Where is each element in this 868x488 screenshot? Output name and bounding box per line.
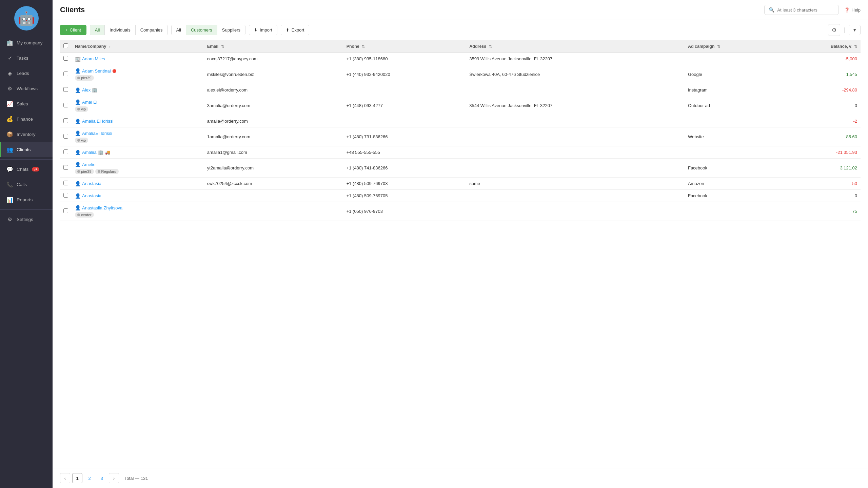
workflows-icon: ⚙ bbox=[6, 85, 13, 92]
client-name-link[interactable]: Amalia El Idrissi bbox=[82, 119, 113, 124]
client-tag: Regulars bbox=[95, 169, 119, 174]
sidebar-item-chats[interactable]: 💬 Chats 9+ bbox=[0, 162, 53, 177]
row-checkbox[interactable] bbox=[63, 134, 68, 139]
import-button[interactable]: ⬇ Import bbox=[249, 25, 277, 35]
sidebar-item-calls[interactable]: 📞 Calls bbox=[0, 177, 53, 192]
row-checkbox-cell[interactable] bbox=[60, 190, 72, 202]
row-phone-cell: +1 (440) 932-9420020 bbox=[343, 65, 466, 84]
client-name-link[interactable]: AmaliaEl Idrissi bbox=[82, 131, 112, 136]
plus-icon: + bbox=[65, 27, 68, 33]
row-checkbox-cell[interactable] bbox=[60, 146, 72, 159]
row-phone-cell: +1 (480) 741-836266 bbox=[343, 159, 466, 178]
sidebar-item-label: Tasks bbox=[17, 56, 28, 61]
client-name-link[interactable]: Anastasiia Zhyltsova bbox=[82, 205, 122, 210]
table-body: 🏢Adam Milescoxoj87217@daypey.com+1 (380)… bbox=[60, 53, 861, 221]
row-checkbox-cell[interactable] bbox=[60, 84, 72, 96]
page-1-button[interactable]: 1 bbox=[72, 473, 82, 483]
row-ad-campaign-cell: Facebook bbox=[685, 190, 780, 202]
sidebar-item-my-company[interactable]: 🏢 My company bbox=[0, 35, 53, 50]
clients-table: Name/company ↑ Email ⇅ Phone ⇅ Address ⇅ bbox=[60, 40, 861, 221]
row-ad-campaign-cell: Outdoor ad bbox=[685, 96, 780, 115]
row-checkbox-cell[interactable] bbox=[60, 178, 72, 190]
filter-all-button[interactable]: All bbox=[90, 25, 105, 35]
row-checkbox-cell[interactable] bbox=[60, 127, 72, 146]
client-tag: pier39 bbox=[75, 75, 94, 81]
client-name-link[interactable]: Amelie bbox=[82, 162, 96, 167]
client-name-link[interactable]: Alex bbox=[82, 87, 91, 93]
toolbar: + Client All Individuals Companies All C… bbox=[53, 20, 868, 40]
row-checkbox-cell[interactable] bbox=[60, 159, 72, 178]
building-icon: 🏢 bbox=[6, 40, 13, 46]
row-checkbox[interactable] bbox=[63, 181, 68, 185]
client-name-link[interactable]: Amaliia bbox=[82, 150, 97, 155]
sidebar-item-label: Leads bbox=[17, 71, 29, 76]
row-checkbox-cell[interactable] bbox=[60, 53, 72, 65]
column-email[interactable]: Email ⇅ bbox=[204, 40, 343, 53]
column-name[interactable]: Name/company ↑ bbox=[72, 40, 204, 53]
sidebar-item-settings[interactable]: ⚙ Settings bbox=[0, 212, 53, 227]
search-box[interactable]: 🔍 bbox=[764, 5, 839, 15]
page-3-button[interactable]: 3 bbox=[97, 473, 107, 483]
inventory-icon: 📦 bbox=[6, 131, 13, 138]
row-checkbox[interactable] bbox=[63, 87, 68, 92]
filter-individuals-button[interactable]: Individuals bbox=[105, 25, 135, 35]
prev-page-button[interactable]: ‹ bbox=[60, 473, 70, 483]
client-name-link[interactable]: Anastasia bbox=[82, 193, 101, 198]
sidebar-item-tasks[interactable]: ✓ Tasks bbox=[0, 50, 53, 66]
add-client-button[interactable]: + Client bbox=[60, 25, 86, 35]
check-icon: ✓ bbox=[6, 55, 13, 61]
filter-suppliers-button[interactable]: Suppliers bbox=[217, 25, 245, 35]
row-email-cell: yt2amalia@orderry.com bbox=[204, 159, 343, 178]
row-checkbox-cell[interactable] bbox=[60, 202, 72, 221]
column-phone[interactable]: Phone ⇅ bbox=[343, 40, 466, 53]
search-input[interactable] bbox=[777, 7, 834, 13]
select-all-checkbox[interactable] bbox=[63, 43, 68, 48]
avatar[interactable]: 🤖 bbox=[14, 6, 39, 30]
row-balance-cell: 1,545 bbox=[780, 65, 861, 84]
next-page-button[interactable]: › bbox=[109, 473, 119, 483]
leads-icon: ◈ bbox=[6, 70, 13, 77]
row-ad-campaign-cell: Instagram bbox=[685, 84, 780, 96]
filter-companies-button[interactable]: Companies bbox=[136, 25, 167, 35]
row-phone-cell: +1 (050) 976-9703 bbox=[343, 202, 466, 221]
row-checkbox[interactable] bbox=[63, 165, 68, 170]
avatar-area: 🤖 bbox=[0, 0, 53, 35]
row-checkbox-cell[interactable] bbox=[60, 65, 72, 84]
column-address[interactable]: Address ⇅ bbox=[466, 40, 685, 53]
row-checkbox[interactable] bbox=[63, 193, 68, 198]
sidebar-item-leads[interactable]: ◈ Leads bbox=[0, 66, 53, 81]
row-email-cell: swk70254@zccck.com bbox=[204, 178, 343, 190]
row-checkbox-cell[interactable] bbox=[60, 96, 72, 115]
sidebar-item-finance[interactable]: 💰 Finance bbox=[0, 111, 53, 127]
filter-all-role-button[interactable]: All bbox=[172, 25, 186, 35]
client-name-link[interactable]: Anastasia bbox=[82, 181, 101, 186]
row-checkbox[interactable] bbox=[63, 72, 68, 76]
sales-icon: 📈 bbox=[6, 101, 13, 107]
column-ad-campaign[interactable]: Ad campaign ⇅ bbox=[685, 40, 780, 53]
filter-customers-button[interactable]: Customers bbox=[186, 25, 217, 35]
client-name-link[interactable]: Adam Miles bbox=[82, 56, 105, 61]
row-checkbox[interactable] bbox=[63, 56, 68, 61]
row-checkbox[interactable] bbox=[63, 149, 68, 154]
sidebar-item-inventory[interactable]: 📦 Inventory bbox=[0, 127, 53, 142]
sidebar-item-sales[interactable]: 📈 Sales bbox=[0, 96, 53, 111]
help-button[interactable]: ❓ Help bbox=[844, 7, 861, 13]
sidebar-item-workflows[interactable]: ⚙ Workflows bbox=[0, 81, 53, 96]
row-checkbox-cell[interactable] bbox=[60, 115, 72, 127]
row-checkbox[interactable] bbox=[63, 208, 68, 213]
client-name-link[interactable]: Adam Sentinal bbox=[82, 68, 111, 74]
select-all-header[interactable] bbox=[60, 40, 72, 53]
sidebar-item-reports[interactable]: 📊 Reports bbox=[0, 192, 53, 207]
client-name-link[interactable]: Amal El bbox=[82, 100, 97, 105]
row-name-cell: 👤Amal Elvip bbox=[72, 96, 204, 115]
page-2-button[interactable]: 2 bbox=[84, 473, 95, 483]
row-checkbox[interactable] bbox=[63, 118, 68, 123]
column-balance[interactable]: Balance, € ⇅ bbox=[780, 40, 861, 53]
sidebar-item-clients[interactable]: 👥 Clients bbox=[0, 142, 53, 157]
row-checkbox[interactable] bbox=[63, 103, 68, 107]
sidebar-item-label: Chats bbox=[17, 167, 28, 172]
sidebar-item-label: Settings bbox=[17, 217, 33, 222]
view-toggle-button[interactable]: ▼ bbox=[849, 25, 861, 35]
column-settings-button[interactable]: ⚙ bbox=[828, 24, 840, 36]
export-button[interactable]: ⬆ Export bbox=[281, 25, 310, 35]
